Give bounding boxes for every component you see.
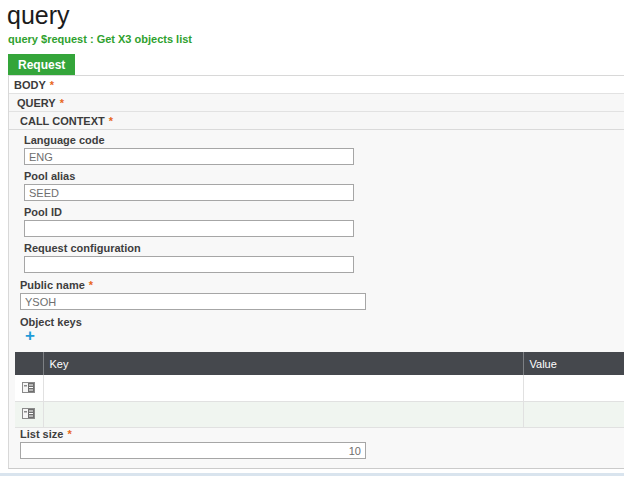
pool-id-label: Pool ID	[24, 206, 62, 218]
pool-alias-input[interactable]	[24, 184, 354, 201]
language-code-input[interactable]	[24, 148, 354, 165]
row-detail-button[interactable]	[15, 401, 43, 427]
public-name-label: Public name*	[20, 279, 93, 291]
page-subtitle: query $request : Get X3 objects list	[8, 33, 192, 45]
required-marker: *	[109, 115, 113, 127]
request-configuration-input[interactable]	[24, 256, 354, 273]
tab-request-label: Request	[18, 58, 65, 72]
icon-column-header	[15, 352, 43, 375]
row-detail-button[interactable]	[15, 375, 43, 401]
add-object-key-button[interactable]: +	[22, 328, 38, 344]
section-body-label: BODY	[14, 79, 46, 91]
request-form-panel: BODY * QUERY * CALL CONTEXT * Language c…	[8, 75, 624, 469]
required-marker: *	[89, 279, 93, 291]
public-name-input[interactable]	[20, 293, 366, 310]
required-marker: *	[50, 79, 54, 91]
value-cell[interactable]	[523, 401, 624, 427]
value-cell[interactable]	[523, 375, 624, 401]
tab-request[interactable]: Request	[8, 54, 75, 75]
object-keys-table: Key Value	[15, 352, 624, 428]
required-marker: *	[60, 97, 64, 109]
request-configuration-label: Request configuration	[24, 242, 141, 254]
list-size-input[interactable]	[20, 442, 366, 459]
section-header-call-context[interactable]: CALL CONTEXT *	[9, 112, 624, 130]
key-cell[interactable]	[43, 375, 523, 401]
row-detail-icon	[22, 382, 35, 393]
section-header-body[interactable]: BODY *	[9, 76, 624, 94]
section-header-query[interactable]: QUERY *	[9, 94, 624, 112]
section-call-context-label: CALL CONTEXT	[20, 115, 105, 127]
row-detail-icon	[22, 408, 35, 419]
table-row	[15, 375, 624, 401]
pool-alias-label: Pool alias	[24, 170, 75, 182]
key-column-header: Key	[43, 352, 523, 375]
required-marker: *	[67, 428, 71, 440]
table-row	[15, 401, 624, 427]
language-code-label: Language code	[24, 134, 105, 146]
list-size-label: List size*	[20, 428, 72, 440]
section-query-label: QUERY	[17, 97, 56, 109]
pool-id-input[interactable]	[24, 220, 354, 237]
value-column-header: Value	[523, 352, 624, 375]
object-keys-table-header: Key Value	[15, 352, 624, 375]
page-title: query	[7, 1, 70, 30]
key-cell[interactable]	[43, 401, 523, 427]
window-bottom-edge	[0, 473, 624, 476]
web-service-test-page: query query $request : Get X3 objects li…	[0, 0, 624, 477]
